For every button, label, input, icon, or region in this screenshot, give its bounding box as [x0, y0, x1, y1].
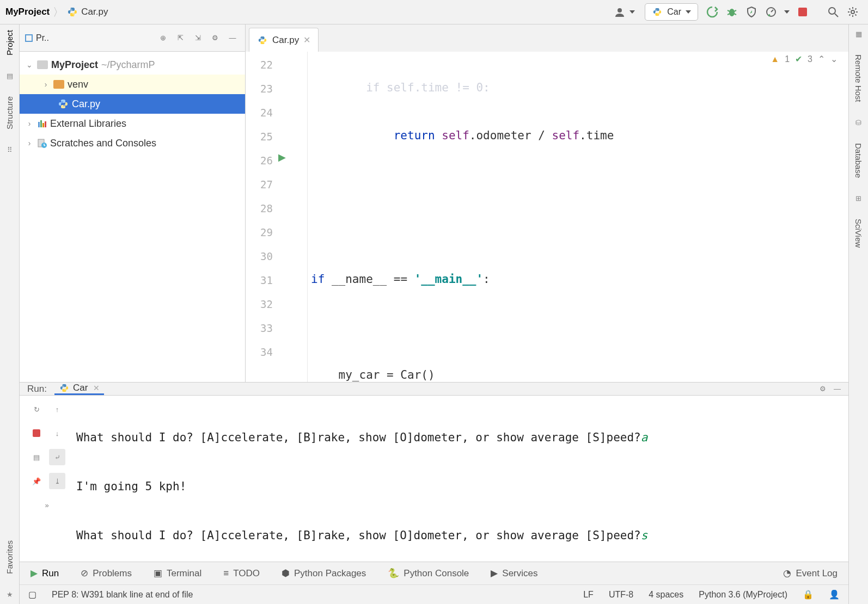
up-icon[interactable]: ↑: [49, 401, 65, 417]
inspection-widget[interactable]: ▲1 ✔3 ⌃ ⌄: [771, 54, 838, 64]
breadcrumb-root[interactable]: MyProject: [5, 7, 50, 17]
breadcrumb-file[interactable]: Car.py: [81, 7, 108, 17]
bottom-tab-services[interactable]: ▶Services: [491, 568, 537, 579]
stop-icon[interactable]: [28, 425, 45, 441]
bottom-tab-event-log[interactable]: ◔Event Log: [783, 568, 838, 579]
bottom-tab-terminal[interactable]: ▣Terminal: [154, 568, 201, 579]
line-number-gutter[interactable]: 22 23 24 25 26 27 28 29 30 31 32 33 34: [246, 52, 278, 382]
code-editor[interactable]: 22 23 24 25 26 27 28 29 30 31 32 33 34 ▶…: [246, 52, 848, 382]
svg-point-0: [70, 8, 71, 9]
soft-wrap-icon[interactable]: ⤶: [49, 449, 65, 465]
tree-node-ext-libs[interactable]: › External Libraries: [20, 114, 245, 133]
close-tab-icon[interactable]: ✕: [303, 35, 310, 45]
folder-icon: [37, 60, 48, 69]
collapse-all-icon[interactable]: ⇲: [191, 31, 205, 45]
run-settings-icon[interactable]: ⚙: [820, 385, 826, 393]
run-line-icon[interactable]: ▶: [278, 151, 286, 163]
svg-line-10: [835, 14, 838, 17]
project-tool-icon: ▤: [7, 72, 13, 80]
project-title[interactable]: Pr..: [36, 33, 152, 43]
file-label: Car.py: [72, 98, 100, 110]
chevron-right-icon[interactable]: ›: [25, 139, 34, 147]
bottom-tab-python-console[interactable]: 🐍Python Console: [388, 568, 469, 579]
coverage-button[interactable]: [742, 2, 761, 22]
packages-icon: ⬢: [282, 568, 290, 579]
sciview-icon: ⊞: [855, 194, 861, 202]
fold-gutter[interactable]: [298, 52, 308, 382]
user-icon[interactable]: [610, 2, 629, 22]
line-number: 27: [246, 172, 273, 196]
stop-button[interactable]: [793, 2, 812, 22]
bottom-tab-run[interactable]: ▶Run: [30, 568, 59, 579]
lock-icon[interactable]: 🔒: [803, 589, 814, 600]
chevron-right-icon[interactable]: ›: [25, 119, 34, 128]
user-dropdown-icon[interactable]: [629, 10, 635, 14]
scratches-icon: [37, 138, 47, 148]
tree-node-file[interactable]: Car.py: [20, 94, 245, 114]
line-number: 22: [246, 53, 273, 77]
search-icon[interactable]: [823, 2, 843, 22]
remote-host-icon: ▦: [855, 30, 862, 38]
bottom-tab-problems[interactable]: ⊘Problems: [81, 568, 132, 579]
python-icon: [59, 383, 70, 393]
chevron-right-icon[interactable]: ›: [41, 80, 50, 89]
run-tool-window: Run: Car ✕ ⚙ — ↻ ↑ ↓: [20, 382, 848, 562]
hide-icon[interactable]: —: [225, 31, 240, 45]
console-line: What should I do? [A]ccelerate, [B]rake,…: [76, 529, 641, 542]
source-code[interactable]: if self.time != 0: return self.odometer …: [308, 52, 848, 382]
line-ending[interactable]: LF: [583, 590, 594, 600]
line-number: 23: [246, 77, 273, 101]
database-tab[interactable]: Database: [854, 143, 863, 178]
bottom-tab-todo[interactable]: ≡TODO: [223, 568, 260, 579]
list-icon: ≡: [223, 568, 229, 579]
indent[interactable]: 4 spaces: [649, 590, 683, 600]
ok-count: 3: [808, 54, 812, 64]
run-config-name: Car: [667, 7, 681, 17]
python-icon: [652, 7, 663, 17]
remote-host-tab[interactable]: Remote Host: [854, 54, 863, 102]
tool-windows-icon[interactable]: ▢: [28, 589, 36, 600]
console-input: s: [641, 529, 648, 542]
scroll-end-icon[interactable]: ⤓: [49, 473, 65, 489]
bottom-tab-packages[interactable]: ⬢Python Packages: [282, 568, 366, 579]
run-button[interactable]: [702, 2, 722, 22]
run-configuration-selector[interactable]: Car: [645, 3, 698, 21]
next-highlight-icon[interactable]: ⌄: [830, 54, 838, 64]
right-tool-strip: ▦ Remote Host ⛁ Database ⊞ SciView: [848, 24, 868, 604]
structure-tool-tab[interactable]: Structure: [5, 96, 14, 130]
tree-node-venv[interactable]: › venv: [20, 75, 245, 94]
run-label: Run:: [27, 384, 47, 395]
expand-all-icon[interactable]: ⇱: [173, 31, 187, 45]
tree-node-scratches[interactable]: › Scratches and Consoles: [20, 133, 245, 153]
tree-node-project[interactable]: ⌄ MyProject ~/PycharmP: [20, 55, 245, 75]
debug-button[interactable]: [722, 2, 742, 22]
down-icon[interactable]: ↓: [49, 425, 65, 441]
sciview-tab[interactable]: SciView: [854, 219, 863, 248]
rerun-icon[interactable]: ↻: [28, 401, 45, 417]
scope-icon[interactable]: ⊕: [156, 31, 170, 45]
chevron-down-icon[interactable]: ⌄: [25, 60, 34, 69]
run-tab[interactable]: Car ✕: [54, 383, 104, 395]
svg-line-7: [734, 14, 736, 15]
favorites-tool-tab[interactable]: Favorites: [5, 540, 14, 574]
settings-icon[interactable]: ⚙: [208, 31, 222, 45]
profile-button[interactable]: [761, 2, 781, 22]
python-file-icon: [257, 35, 268, 46]
prev-highlight-icon[interactable]: ⌃: [818, 54, 825, 64]
project-tool-tab[interactable]: Project: [5, 30, 14, 56]
line-number: 34: [246, 340, 273, 364]
editor-tab[interactable]: Car.py ✕: [249, 28, 319, 52]
line-number: 30: [246, 244, 273, 268]
settings-icon[interactable]: [843, 2, 863, 22]
inspect-icon[interactable]: 👤: [829, 589, 840, 600]
hide-run-icon[interactable]: —: [834, 385, 841, 393]
encoding[interactable]: UTF-8: [609, 590, 633, 600]
interpreter[interactable]: Python 3.6 (MyProject): [699, 590, 787, 600]
more-run-dropdown[interactable]: [784, 10, 790, 14]
layout-icon[interactable]: ▤: [28, 449, 45, 465]
pin-icon[interactable]: 📌: [28, 473, 45, 489]
more-icon[interactable]: »: [39, 497, 55, 513]
breadcrumb[interactable]: MyProject 〉 Car.py: [5, 5, 108, 20]
svg-line-6: [728, 14, 730, 15]
close-run-tab-icon[interactable]: ✕: [93, 384, 100, 392]
